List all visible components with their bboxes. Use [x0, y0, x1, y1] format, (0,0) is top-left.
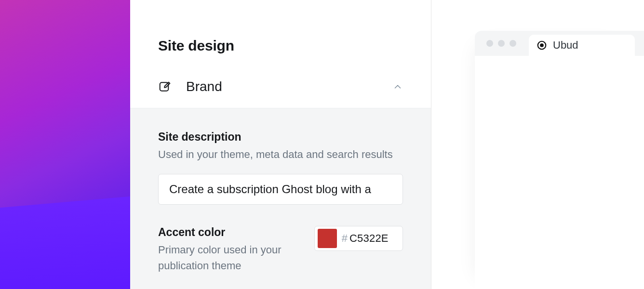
- section-body: Site description Used in your theme, met…: [130, 108, 431, 289]
- settings-panel: Site design Brand Site description Used …: [130, 0, 431, 289]
- browser-tab-title: Ubud: [553, 39, 578, 52]
- browser-frame: Ubud: [475, 31, 644, 289]
- pencil-icon: [158, 79, 173, 94]
- window-controls: [486, 40, 516, 47]
- browser-titlebar: Ubud: [475, 31, 644, 56]
- chevron-up-icon: [392, 81, 403, 92]
- accent-color-swatch[interactable]: [318, 229, 337, 248]
- accent-color-text: Accent color Primary color used in your …: [158, 226, 305, 274]
- preview-viewport: [475, 56, 644, 289]
- site-description-input[interactable]: [158, 174, 403, 205]
- site-description-field: Site description Used in your theme, met…: [158, 131, 403, 205]
- favicon-icon: [537, 40, 547, 51]
- hash-symbol: #: [342, 232, 348, 245]
- window-dot: [498, 40, 505, 47]
- site-description-label: Site description: [158, 131, 403, 144]
- window-dot: [510, 40, 516, 47]
- accent-color-help: Primary color used in your publication t…: [158, 242, 305, 274]
- accent-color-field: Accent color Primary color used in your …: [158, 226, 403, 274]
- accent-color-input[interactable]: [349, 232, 398, 245]
- section-brand-header[interactable]: Brand: [130, 68, 431, 108]
- browser-tab[interactable]: Ubud: [529, 35, 635, 56]
- background-gradient: [0, 0, 130, 289]
- section-label: Brand: [186, 79, 379, 94]
- window-dot: [486, 40, 493, 47]
- panel-header: Site design: [130, 0, 431, 68]
- accent-color-picker[interactable]: #: [314, 226, 403, 251]
- svg-point-2: [540, 43, 544, 47]
- accent-color-label: Accent color: [158, 226, 305, 239]
- app-root: Site design Brand Site description Used …: [0, 0, 644, 289]
- preview-pane: Ubud: [431, 0, 644, 289]
- site-description-help: Used in your theme, meta data and search…: [158, 146, 403, 162]
- page-title: Site design: [158, 38, 403, 54]
